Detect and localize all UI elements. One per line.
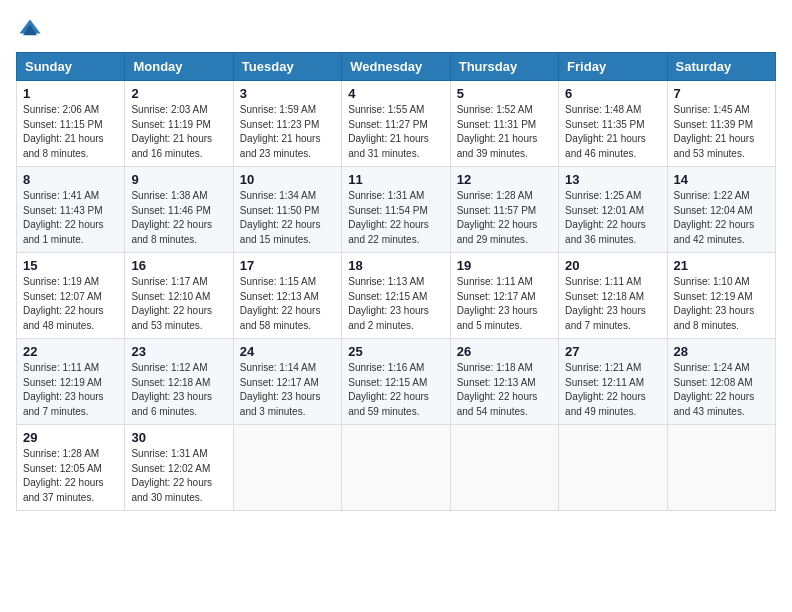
calendar-day-cell: 2Sunrise: 2:03 AMSunset: 11:19 PMDayligh… bbox=[125, 81, 233, 167]
calendar-week-row: 8Sunrise: 1:41 AMSunset: 11:43 PMDayligh… bbox=[17, 167, 776, 253]
day-number: 4 bbox=[348, 86, 443, 101]
calendar-day-cell: 30Sunrise: 1:31 AMSunset: 12:02 AMDaylig… bbox=[125, 425, 233, 511]
day-info: Sunrise: 1:25 AMSunset: 12:01 AMDaylight… bbox=[565, 189, 660, 247]
calendar-day-cell: 10Sunrise: 1:34 AMSunset: 11:50 PMDaylig… bbox=[233, 167, 341, 253]
calendar-day-cell: 19Sunrise: 1:11 AMSunset: 12:17 AMDaylig… bbox=[450, 253, 558, 339]
day-number: 17 bbox=[240, 258, 335, 273]
day-info: Sunrise: 1:17 AMSunset: 12:10 AMDaylight… bbox=[131, 275, 226, 333]
calendar-day-cell: 11Sunrise: 1:31 AMSunset: 11:54 PMDaylig… bbox=[342, 167, 450, 253]
day-info: Sunrise: 1:11 AMSunset: 12:17 AMDaylight… bbox=[457, 275, 552, 333]
calendar-week-row: 22Sunrise: 1:11 AMSunset: 12:19 AMDaylig… bbox=[17, 339, 776, 425]
day-info: Sunrise: 1:14 AMSunset: 12:17 AMDaylight… bbox=[240, 361, 335, 419]
calendar-day-cell: 17Sunrise: 1:15 AMSunset: 12:13 AMDaylig… bbox=[233, 253, 341, 339]
calendar-day-cell: 14Sunrise: 1:22 AMSunset: 12:04 AMDaylig… bbox=[667, 167, 775, 253]
calendar-day-cell: 4Sunrise: 1:55 AMSunset: 11:27 PMDayligh… bbox=[342, 81, 450, 167]
day-info: Sunrise: 1:11 AMSunset: 12:19 AMDaylight… bbox=[23, 361, 118, 419]
calendar-day-cell: 7Sunrise: 1:45 AMSunset: 11:39 PMDayligh… bbox=[667, 81, 775, 167]
calendar-day-cell: 20Sunrise: 1:11 AMSunset: 12:18 AMDaylig… bbox=[559, 253, 667, 339]
day-info: Sunrise: 1:28 AMSunset: 11:57 PMDaylight… bbox=[457, 189, 552, 247]
day-number: 25 bbox=[348, 344, 443, 359]
calendar-day-cell bbox=[450, 425, 558, 511]
day-info: Sunrise: 1:52 AMSunset: 11:31 PMDaylight… bbox=[457, 103, 552, 161]
day-number: 7 bbox=[674, 86, 769, 101]
day-info: Sunrise: 1:16 AMSunset: 12:15 AMDaylight… bbox=[348, 361, 443, 419]
logo bbox=[16, 16, 48, 44]
calendar-day-cell: 12Sunrise: 1:28 AMSunset: 11:57 PMDaylig… bbox=[450, 167, 558, 253]
page-header bbox=[16, 16, 776, 44]
day-number: 9 bbox=[131, 172, 226, 187]
calendar-day-cell: 22Sunrise: 1:11 AMSunset: 12:19 AMDaylig… bbox=[17, 339, 125, 425]
day-of-week-header: Tuesday bbox=[233, 53, 341, 81]
day-number: 3 bbox=[240, 86, 335, 101]
calendar-day-cell: 21Sunrise: 1:10 AMSunset: 12:19 AMDaylig… bbox=[667, 253, 775, 339]
day-number: 14 bbox=[674, 172, 769, 187]
day-number: 2 bbox=[131, 86, 226, 101]
calendar-day-cell: 18Sunrise: 1:13 AMSunset: 12:15 AMDaylig… bbox=[342, 253, 450, 339]
calendar-header-row: SundayMondayTuesdayWednesdayThursdayFrid… bbox=[17, 53, 776, 81]
day-of-week-header: Saturday bbox=[667, 53, 775, 81]
day-info: Sunrise: 1:28 AMSunset: 12:05 AMDaylight… bbox=[23, 447, 118, 505]
day-info: Sunrise: 1:24 AMSunset: 12:08 AMDaylight… bbox=[674, 361, 769, 419]
day-number: 29 bbox=[23, 430, 118, 445]
day-info: Sunrise: 1:15 AMSunset: 12:13 AMDaylight… bbox=[240, 275, 335, 333]
day-number: 13 bbox=[565, 172, 660, 187]
calendar-week-row: 15Sunrise: 1:19 AMSunset: 12:07 AMDaylig… bbox=[17, 253, 776, 339]
day-info: Sunrise: 1:31 AMSunset: 12:02 AMDaylight… bbox=[131, 447, 226, 505]
calendar-day-cell: 5Sunrise: 1:52 AMSunset: 11:31 PMDayligh… bbox=[450, 81, 558, 167]
day-info: Sunrise: 1:59 AMSunset: 11:23 PMDaylight… bbox=[240, 103, 335, 161]
calendar-day-cell: 25Sunrise: 1:16 AMSunset: 12:15 AMDaylig… bbox=[342, 339, 450, 425]
calendar-day-cell: 9Sunrise: 1:38 AMSunset: 11:46 PMDayligh… bbox=[125, 167, 233, 253]
calendar-day-cell: 27Sunrise: 1:21 AMSunset: 12:11 AMDaylig… bbox=[559, 339, 667, 425]
day-info: Sunrise: 1:10 AMSunset: 12:19 AMDaylight… bbox=[674, 275, 769, 333]
day-info: Sunrise: 1:22 AMSunset: 12:04 AMDaylight… bbox=[674, 189, 769, 247]
day-of-week-header: Monday bbox=[125, 53, 233, 81]
day-info: Sunrise: 1:19 AMSunset: 12:07 AMDaylight… bbox=[23, 275, 118, 333]
day-info: Sunrise: 1:31 AMSunset: 11:54 PMDaylight… bbox=[348, 189, 443, 247]
day-info: Sunrise: 2:03 AMSunset: 11:19 PMDaylight… bbox=[131, 103, 226, 161]
day-number: 26 bbox=[457, 344, 552, 359]
logo-icon bbox=[16, 16, 44, 44]
day-number: 16 bbox=[131, 258, 226, 273]
day-number: 19 bbox=[457, 258, 552, 273]
day-number: 22 bbox=[23, 344, 118, 359]
day-number: 21 bbox=[674, 258, 769, 273]
day-info: Sunrise: 1:41 AMSunset: 11:43 PMDaylight… bbox=[23, 189, 118, 247]
day-number: 15 bbox=[23, 258, 118, 273]
day-of-week-header: Friday bbox=[559, 53, 667, 81]
day-info: Sunrise: 1:55 AMSunset: 11:27 PMDaylight… bbox=[348, 103, 443, 161]
calendar-week-row: 29Sunrise: 1:28 AMSunset: 12:05 AMDaylig… bbox=[17, 425, 776, 511]
day-number: 28 bbox=[674, 344, 769, 359]
calendar-day-cell: 3Sunrise: 1:59 AMSunset: 11:23 PMDayligh… bbox=[233, 81, 341, 167]
day-number: 12 bbox=[457, 172, 552, 187]
calendar-day-cell bbox=[559, 425, 667, 511]
calendar-table: SundayMondayTuesdayWednesdayThursdayFrid… bbox=[16, 52, 776, 511]
day-number: 1 bbox=[23, 86, 118, 101]
calendar-day-cell bbox=[342, 425, 450, 511]
day-info: Sunrise: 1:11 AMSunset: 12:18 AMDaylight… bbox=[565, 275, 660, 333]
day-info: Sunrise: 1:48 AMSunset: 11:35 PMDaylight… bbox=[565, 103, 660, 161]
day-number: 23 bbox=[131, 344, 226, 359]
day-number: 5 bbox=[457, 86, 552, 101]
day-of-week-header: Thursday bbox=[450, 53, 558, 81]
day-info: Sunrise: 1:38 AMSunset: 11:46 PMDaylight… bbox=[131, 189, 226, 247]
day-info: Sunrise: 2:06 AMSunset: 11:15 PMDaylight… bbox=[23, 103, 118, 161]
day-number: 6 bbox=[565, 86, 660, 101]
day-number: 27 bbox=[565, 344, 660, 359]
day-number: 18 bbox=[348, 258, 443, 273]
day-info: Sunrise: 1:45 AMSunset: 11:39 PMDaylight… bbox=[674, 103, 769, 161]
day-info: Sunrise: 1:21 AMSunset: 12:11 AMDaylight… bbox=[565, 361, 660, 419]
calendar-day-cell: 24Sunrise: 1:14 AMSunset: 12:17 AMDaylig… bbox=[233, 339, 341, 425]
calendar-day-cell: 29Sunrise: 1:28 AMSunset: 12:05 AMDaylig… bbox=[17, 425, 125, 511]
calendar-day-cell: 8Sunrise: 1:41 AMSunset: 11:43 PMDayligh… bbox=[17, 167, 125, 253]
day-of-week-header: Wednesday bbox=[342, 53, 450, 81]
day-of-week-header: Sunday bbox=[17, 53, 125, 81]
day-number: 20 bbox=[565, 258, 660, 273]
calendar-day-cell: 6Sunrise: 1:48 AMSunset: 11:35 PMDayligh… bbox=[559, 81, 667, 167]
calendar-day-cell: 1Sunrise: 2:06 AMSunset: 11:15 PMDayligh… bbox=[17, 81, 125, 167]
day-info: Sunrise: 1:13 AMSunset: 12:15 AMDaylight… bbox=[348, 275, 443, 333]
calendar-day-cell: 16Sunrise: 1:17 AMSunset: 12:10 AMDaylig… bbox=[125, 253, 233, 339]
calendar-day-cell: 23Sunrise: 1:12 AMSunset: 12:18 AMDaylig… bbox=[125, 339, 233, 425]
day-number: 30 bbox=[131, 430, 226, 445]
calendar-day-cell: 15Sunrise: 1:19 AMSunset: 12:07 AMDaylig… bbox=[17, 253, 125, 339]
calendar-day-cell: 26Sunrise: 1:18 AMSunset: 12:13 AMDaylig… bbox=[450, 339, 558, 425]
